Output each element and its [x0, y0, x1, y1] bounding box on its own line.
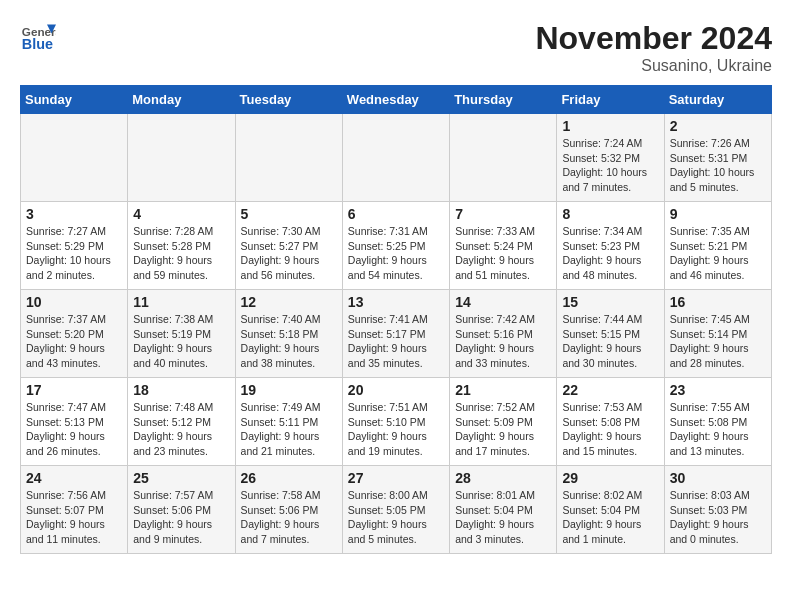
svg-text:Blue: Blue [22, 36, 53, 52]
calendar-cell: 1Sunrise: 7:24 AMSunset: 5:32 PMDaylight… [557, 114, 664, 202]
calendar-cell: 26Sunrise: 7:58 AMSunset: 5:06 PMDayligh… [235, 466, 342, 554]
calendar-cell: 22Sunrise: 7:53 AMSunset: 5:08 PMDayligh… [557, 378, 664, 466]
day-number: 4 [133, 206, 229, 222]
calendar-week-row-5: 24Sunrise: 7:56 AMSunset: 5:07 PMDayligh… [21, 466, 772, 554]
day-info: Sunrise: 7:42 AMSunset: 5:16 PMDaylight:… [455, 312, 551, 371]
calendar-cell [342, 114, 449, 202]
day-info: Sunrise: 7:40 AMSunset: 5:18 PMDaylight:… [241, 312, 337, 371]
calendar-cell: 9Sunrise: 7:35 AMSunset: 5:21 PMDaylight… [664, 202, 771, 290]
day-number: 2 [670, 118, 766, 134]
day-info: Sunrise: 7:31 AMSunset: 5:25 PMDaylight:… [348, 224, 444, 283]
calendar-cell: 8Sunrise: 7:34 AMSunset: 5:23 PMDaylight… [557, 202, 664, 290]
day-info: Sunrise: 7:51 AMSunset: 5:10 PMDaylight:… [348, 400, 444, 459]
day-info: Sunrise: 7:58 AMSunset: 5:06 PMDaylight:… [241, 488, 337, 547]
calendar-cell [450, 114, 557, 202]
calendar-cell: 30Sunrise: 8:03 AMSunset: 5:03 PMDayligh… [664, 466, 771, 554]
day-number: 13 [348, 294, 444, 310]
day-number: 25 [133, 470, 229, 486]
calendar-cell: 19Sunrise: 7:49 AMSunset: 5:11 PMDayligh… [235, 378, 342, 466]
day-info: Sunrise: 7:48 AMSunset: 5:12 PMDaylight:… [133, 400, 229, 459]
day-info: Sunrise: 7:37 AMSunset: 5:20 PMDaylight:… [26, 312, 122, 371]
day-number: 9 [670, 206, 766, 222]
calendar-cell: 4Sunrise: 7:28 AMSunset: 5:28 PMDaylight… [128, 202, 235, 290]
day-info: Sunrise: 7:28 AMSunset: 5:28 PMDaylight:… [133, 224, 229, 283]
calendar-cell: 15Sunrise: 7:44 AMSunset: 5:15 PMDayligh… [557, 290, 664, 378]
calendar-cell: 10Sunrise: 7:37 AMSunset: 5:20 PMDayligh… [21, 290, 128, 378]
day-number: 18 [133, 382, 229, 398]
day-number: 27 [348, 470, 444, 486]
day-info: Sunrise: 7:35 AMSunset: 5:21 PMDaylight:… [670, 224, 766, 283]
day-number: 23 [670, 382, 766, 398]
day-number: 30 [670, 470, 766, 486]
day-info: Sunrise: 7:26 AMSunset: 5:31 PMDaylight:… [670, 136, 766, 195]
day-number: 3 [26, 206, 122, 222]
day-number: 6 [348, 206, 444, 222]
calendar-cell: 20Sunrise: 7:51 AMSunset: 5:10 PMDayligh… [342, 378, 449, 466]
day-info: Sunrise: 8:03 AMSunset: 5:03 PMDaylight:… [670, 488, 766, 547]
header-thursday: Thursday [450, 86, 557, 114]
calendar-week-row-3: 10Sunrise: 7:37 AMSunset: 5:20 PMDayligh… [21, 290, 772, 378]
calendar-cell: 17Sunrise: 7:47 AMSunset: 5:13 PMDayligh… [21, 378, 128, 466]
day-info: Sunrise: 7:53 AMSunset: 5:08 PMDaylight:… [562, 400, 658, 459]
calendar-cell: 14Sunrise: 7:42 AMSunset: 5:16 PMDayligh… [450, 290, 557, 378]
calendar-cell [235, 114, 342, 202]
calendar-cell [128, 114, 235, 202]
calendar-cell: 3Sunrise: 7:27 AMSunset: 5:29 PMDaylight… [21, 202, 128, 290]
calendar-cell: 27Sunrise: 8:00 AMSunset: 5:05 PMDayligh… [342, 466, 449, 554]
day-info: Sunrise: 8:00 AMSunset: 5:05 PMDaylight:… [348, 488, 444, 547]
calendar-cell: 13Sunrise: 7:41 AMSunset: 5:17 PMDayligh… [342, 290, 449, 378]
day-info: Sunrise: 7:27 AMSunset: 5:29 PMDaylight:… [26, 224, 122, 283]
day-number: 29 [562, 470, 658, 486]
day-number: 8 [562, 206, 658, 222]
day-number: 7 [455, 206, 551, 222]
day-info: Sunrise: 8:01 AMSunset: 5:04 PMDaylight:… [455, 488, 551, 547]
day-info: Sunrise: 7:38 AMSunset: 5:19 PMDaylight:… [133, 312, 229, 371]
calendar-cell: 7Sunrise: 7:33 AMSunset: 5:24 PMDaylight… [450, 202, 557, 290]
logo-icon: General Blue [20, 20, 56, 56]
calendar-cell: 28Sunrise: 8:01 AMSunset: 5:04 PMDayligh… [450, 466, 557, 554]
day-info: Sunrise: 7:47 AMSunset: 5:13 PMDaylight:… [26, 400, 122, 459]
day-number: 19 [241, 382, 337, 398]
day-info: Sunrise: 7:56 AMSunset: 5:07 PMDaylight:… [26, 488, 122, 547]
calendar-week-row-2: 3Sunrise: 7:27 AMSunset: 5:29 PMDaylight… [21, 202, 772, 290]
day-info: Sunrise: 7:55 AMSunset: 5:08 PMDaylight:… [670, 400, 766, 459]
calendar-cell: 23Sunrise: 7:55 AMSunset: 5:08 PMDayligh… [664, 378, 771, 466]
day-number: 12 [241, 294, 337, 310]
calendar-cell: 21Sunrise: 7:52 AMSunset: 5:09 PMDayligh… [450, 378, 557, 466]
calendar-week-row-4: 17Sunrise: 7:47 AMSunset: 5:13 PMDayligh… [21, 378, 772, 466]
day-number: 15 [562, 294, 658, 310]
day-number: 20 [348, 382, 444, 398]
calendar-cell: 2Sunrise: 7:26 AMSunset: 5:31 PMDaylight… [664, 114, 771, 202]
day-number: 16 [670, 294, 766, 310]
header-friday: Friday [557, 86, 664, 114]
day-info: Sunrise: 7:52 AMSunset: 5:09 PMDaylight:… [455, 400, 551, 459]
day-info: Sunrise: 8:02 AMSunset: 5:04 PMDaylight:… [562, 488, 658, 547]
calendar-cell [21, 114, 128, 202]
day-info: Sunrise: 7:44 AMSunset: 5:15 PMDaylight:… [562, 312, 658, 371]
day-number: 10 [26, 294, 122, 310]
day-number: 26 [241, 470, 337, 486]
day-info: Sunrise: 7:45 AMSunset: 5:14 PMDaylight:… [670, 312, 766, 371]
day-number: 22 [562, 382, 658, 398]
day-number: 17 [26, 382, 122, 398]
day-info: Sunrise: 7:34 AMSunset: 5:23 PMDaylight:… [562, 224, 658, 283]
calendar-table: Sunday Monday Tuesday Wednesday Thursday… [20, 85, 772, 554]
month-year-title: November 2024 [535, 20, 772, 57]
day-number: 21 [455, 382, 551, 398]
day-info: Sunrise: 7:30 AMSunset: 5:27 PMDaylight:… [241, 224, 337, 283]
day-number: 11 [133, 294, 229, 310]
location-subtitle: Susanino, Ukraine [535, 57, 772, 75]
page-header: General Blue November 2024 Susanino, Ukr… [20, 20, 772, 75]
calendar-cell: 18Sunrise: 7:48 AMSunset: 5:12 PMDayligh… [128, 378, 235, 466]
header-sunday: Sunday [21, 86, 128, 114]
title-block: November 2024 Susanino, Ukraine [535, 20, 772, 75]
calendar-cell: 6Sunrise: 7:31 AMSunset: 5:25 PMDaylight… [342, 202, 449, 290]
header-monday: Monday [128, 86, 235, 114]
day-number: 14 [455, 294, 551, 310]
calendar-cell: 25Sunrise: 7:57 AMSunset: 5:06 PMDayligh… [128, 466, 235, 554]
calendar-cell: 29Sunrise: 8:02 AMSunset: 5:04 PMDayligh… [557, 466, 664, 554]
calendar-cell: 16Sunrise: 7:45 AMSunset: 5:14 PMDayligh… [664, 290, 771, 378]
day-number: 28 [455, 470, 551, 486]
day-info: Sunrise: 7:49 AMSunset: 5:11 PMDaylight:… [241, 400, 337, 459]
day-number: 1 [562, 118, 658, 134]
